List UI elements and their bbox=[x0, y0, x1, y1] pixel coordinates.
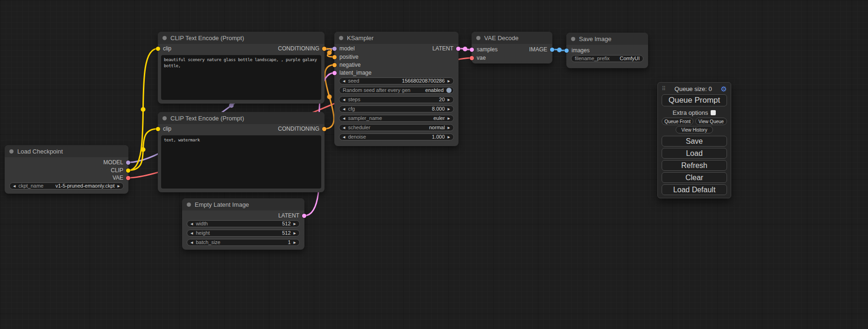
conditioning-port-dot[interactable] bbox=[322, 127, 326, 131]
increment-arrow-icon[interactable]: ▶ bbox=[118, 183, 120, 189]
latent-port-dot[interactable] bbox=[302, 214, 306, 218]
negative-prompt-text-input[interactable]: text, watermark bbox=[161, 135, 321, 189]
model-port-dot[interactable] bbox=[332, 47, 337, 51]
clip-port-dot[interactable] bbox=[126, 168, 130, 173]
node-vae-decode[interactable]: VAE Decode samples vae IMAGE bbox=[472, 32, 552, 63]
conditioning-port-dot[interactable] bbox=[332, 55, 337, 59]
height-widget[interactable]: ◀ height 512 ▶ bbox=[187, 230, 300, 237]
steps-widget[interactable]: ◀ steps 20 ▶ bbox=[339, 96, 454, 103]
toggle-knob[interactable] bbox=[446, 88, 452, 93]
view-history-button[interactable]: View History bbox=[676, 126, 713, 133]
vae-port-dot[interactable] bbox=[126, 176, 130, 180]
output-conditioning[interactable]: CONDITIONING bbox=[278, 45, 326, 52]
latent-port-dot[interactable] bbox=[456, 47, 460, 51]
settings-gear-icon[interactable]: ⚙ bbox=[721, 85, 727, 92]
sampler-name-widget[interactable]: ◀ sampler_name euler ▶ bbox=[339, 115, 454, 122]
seed-widget[interactable]: ◀ seed 156680208700286 ▶ bbox=[339, 77, 454, 84]
clear-button[interactable]: Clear bbox=[662, 172, 727, 183]
decrement-arrow-icon[interactable]: ◀ bbox=[343, 134, 345, 140]
decrement-arrow-icon[interactable]: ◀ bbox=[343, 115, 345, 121]
decrement-arrow-icon[interactable]: ◀ bbox=[191, 230, 193, 236]
increment-arrow-icon[interactable]: ▶ bbox=[448, 125, 450, 131]
node-title-bar[interactable]: VAE Decode bbox=[472, 32, 552, 44]
positive-prompt-text-input[interactable]: beautiful scenery nature glass bottle la… bbox=[161, 55, 321, 100]
clip-port-dot[interactable] bbox=[156, 47, 160, 51]
node-ksampler[interactable]: KSampler model positive negative latent_… bbox=[334, 32, 459, 146]
latent-port-dot[interactable] bbox=[332, 71, 337, 75]
ckpt-name-widget[interactable]: ◀ ckpt_name v1-5-pruned-emaonly.ckpt ▶ bbox=[9, 182, 124, 189]
vae-port-dot[interactable] bbox=[470, 56, 474, 60]
latent-port-dot[interactable] bbox=[470, 48, 474, 52]
node-title-bar[interactable]: CLIP Text Encode (Prompt) bbox=[158, 32, 325, 44]
batch-size-widget[interactable]: ◀ batch_size 1 ▶ bbox=[187, 239, 300, 246]
image-port-dot[interactable] bbox=[550, 48, 554, 52]
node-load-checkpoint[interactable]: Load Checkpoint MODEL CLIP VAE ◀ ckpt_na… bbox=[5, 145, 128, 194]
node-title-bar[interactable]: Load Checkpoint bbox=[5, 145, 128, 157]
node-clip-text-encode-positive[interactable]: CLIP Text Encode (Prompt) clip CONDITION… bbox=[158, 32, 325, 104]
node-title-bar[interactable]: KSampler bbox=[334, 32, 459, 44]
collapse-dot[interactable] bbox=[162, 36, 167, 40]
clip-port-dot[interactable] bbox=[156, 127, 160, 131]
increment-arrow-icon[interactable]: ▶ bbox=[448, 78, 450, 84]
input-model[interactable]: model bbox=[332, 45, 355, 52]
decrement-arrow-icon[interactable]: ◀ bbox=[343, 106, 345, 112]
width-widget[interactable]: ◀ width 512 ▶ bbox=[187, 220, 300, 227]
output-model[interactable]: MODEL bbox=[103, 159, 130, 166]
node-empty-latent-image[interactable]: Empty Latent Image LATENT ◀ width 512 ▶ … bbox=[182, 198, 304, 250]
output-image[interactable]: IMAGE bbox=[529, 46, 554, 53]
collapse-dot[interactable] bbox=[9, 149, 14, 154]
extra-options-checkbox[interactable] bbox=[711, 110, 716, 115]
input-positive[interactable]: positive bbox=[332, 54, 359, 60]
collapse-dot[interactable] bbox=[187, 203, 191, 207]
filename-prefix-widget[interactable]: filename_prefix ComfyUI bbox=[571, 55, 643, 62]
queue-prompt-button[interactable]: Queue Prompt bbox=[662, 94, 727, 106]
node-title-bar[interactable]: Save Image bbox=[566, 33, 648, 45]
decrement-arrow-icon[interactable]: ◀ bbox=[343, 97, 345, 103]
increment-arrow-icon[interactable]: ▶ bbox=[448, 97, 450, 103]
random-seed-toggle-widget[interactable]: Random seed after every gen enabled bbox=[339, 87, 454, 94]
view-queue-button[interactable]: View Queue bbox=[695, 118, 727, 125]
node-title-bar[interactable]: CLIP Text Encode (Prompt) bbox=[158, 112, 325, 124]
input-samples[interactable]: samples bbox=[470, 46, 498, 53]
collapse-dot[interactable] bbox=[339, 36, 343, 40]
save-button[interactable]: Save bbox=[662, 136, 727, 147]
node-save-image[interactable]: Save Image images filename_prefix ComfyU… bbox=[566, 33, 648, 68]
output-latent[interactable]: LATENT bbox=[278, 212, 306, 219]
conditioning-port-dot[interactable] bbox=[332, 63, 337, 67]
increment-arrow-icon[interactable]: ▶ bbox=[294, 239, 296, 245]
decrement-arrow-icon[interactable]: ◀ bbox=[13, 183, 15, 189]
decrement-arrow-icon[interactable]: ◀ bbox=[191, 221, 193, 227]
drag-handle-icon[interactable]: ⠿ bbox=[662, 85, 666, 92]
decrement-arrow-icon[interactable]: ◀ bbox=[191, 239, 193, 245]
increment-arrow-icon[interactable]: ▶ bbox=[294, 221, 296, 227]
increment-arrow-icon[interactable]: ▶ bbox=[448, 115, 450, 121]
input-images[interactable]: images bbox=[565, 47, 590, 54]
scheduler-widget[interactable]: ◀ scheduler normal ▶ bbox=[339, 124, 454, 131]
node-title-bar[interactable]: Empty Latent Image bbox=[182, 198, 304, 210]
decrement-arrow-icon[interactable]: ◀ bbox=[343, 78, 345, 84]
image-port-dot[interactable] bbox=[565, 49, 569, 53]
collapse-dot[interactable] bbox=[476, 36, 480, 40]
refresh-button[interactable]: Refresh bbox=[662, 160, 727, 171]
output-vae[interactable]: VAE bbox=[113, 175, 130, 181]
increment-arrow-icon[interactable]: ▶ bbox=[448, 106, 450, 112]
load-button[interactable]: Load bbox=[662, 148, 727, 159]
cfg-widget[interactable]: ◀ cfg 8.000 ▶ bbox=[339, 105, 454, 112]
input-clip[interactable]: clip bbox=[156, 45, 171, 52]
collapse-dot[interactable] bbox=[162, 116, 167, 120]
increment-arrow-icon[interactable]: ▶ bbox=[448, 134, 450, 140]
collapse-dot[interactable] bbox=[571, 37, 575, 41]
queue-front-button[interactable]: Queue Front bbox=[662, 118, 693, 125]
decrement-arrow-icon[interactable]: ◀ bbox=[343, 125, 345, 131]
model-port-dot[interactable] bbox=[126, 161, 130, 165]
conditioning-port-dot[interactable] bbox=[322, 47, 326, 51]
input-clip[interactable]: clip bbox=[156, 126, 171, 132]
node-clip-text-encode-negative[interactable]: CLIP Text Encode (Prompt) clip CONDITION… bbox=[158, 112, 325, 192]
output-clip[interactable]: CLIP bbox=[111, 167, 130, 174]
increment-arrow-icon[interactable]: ▶ bbox=[294, 230, 296, 236]
input-negative[interactable]: negative bbox=[332, 62, 360, 68]
denoise-widget[interactable]: ◀ denoise 1.000 ▶ bbox=[339, 133, 454, 140]
input-vae[interactable]: vae bbox=[470, 55, 486, 61]
load-default-button[interactable]: Load Default bbox=[662, 184, 727, 195]
output-latent[interactable]: LATENT bbox=[432, 45, 460, 52]
